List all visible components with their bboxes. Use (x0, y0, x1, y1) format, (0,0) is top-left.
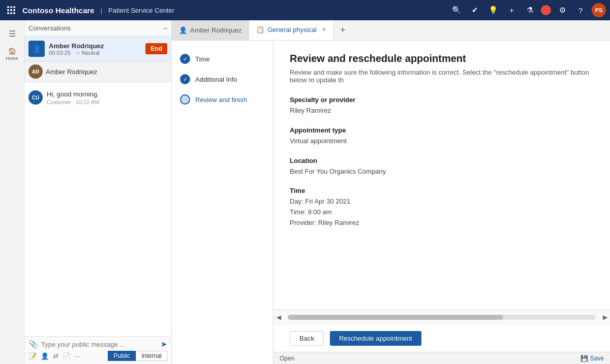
tab-physical-icon: 📋 (256, 26, 264, 34)
step-time-circle: ✓ (180, 54, 190, 64)
user-name: Amber Rodriquez (46, 68, 97, 76)
end-call-button[interactable]: End (145, 43, 167, 54)
agent-call-time: 00:03:25 (49, 50, 71, 56)
search-icon[interactable]: 🔍 (449, 3, 464, 17)
save-button[interactable]: 💾 Save (581, 355, 604, 362)
time-value: Day: Fri Apr 30 2021Time: 8:00 amProvide… (290, 196, 594, 228)
wizard-step-additional-info[interactable]: ✓ Additional Info (172, 69, 273, 89)
scroll-left-arrow[interactable]: ◀ (273, 312, 284, 322)
attachment-icon[interactable]: 📎 (28, 340, 38, 349)
appointment-type-label: Appointment type (290, 126, 594, 134)
agent-avatar: 👤 (28, 41, 45, 57)
location-section: Location Best For You Organics Company (290, 157, 594, 177)
user-avatar[interactable]: PS (592, 3, 606, 17)
save-icon: 💾 (581, 355, 588, 362)
step-time-label: Time (195, 55, 209, 63)
wizard-steps-panel: ✓ Time ✓ Additional Info Review and fini… (172, 41, 273, 364)
sidebar: ☰ 🏠 Home (0, 20, 24, 364)
tab-close-icon[interactable]: ✕ (322, 26, 326, 33)
note-icon[interactable]: 📝 (28, 352, 37, 360)
agent-info: Amber Rodriquez 00:03:25 · ○ Neutral (49, 42, 141, 56)
horizontal-scrollbar: ◀ ▶ (273, 310, 610, 324)
scroll-right-arrow[interactable]: ▶ (600, 312, 610, 322)
customer-avatar: CU (28, 90, 43, 105)
review-content: Review and reschedule appointment Review… (273, 41, 610, 310)
more-icon[interactable]: ··· (75, 352, 80, 360)
visibility-toggle: Public Internal (108, 351, 167, 361)
tab-amber-icon: 👤 (179, 26, 187, 34)
wizard-step-review-finish[interactable]: Review and finish (172, 89, 273, 110)
chat-message-text: Hi, good morning. (47, 90, 99, 98)
conversation-header-title: Conversations (28, 24, 71, 32)
tab-physical-label: General physical (267, 26, 317, 34)
scrollbar-track[interactable] (288, 315, 596, 320)
nav-subtitle: Patient Service Center (108, 7, 174, 14)
nav-divider: | (101, 7, 102, 14)
location-value: Best For You Organics Company (290, 167, 594, 177)
location-label: Location (290, 157, 594, 164)
sentiment-icon: ○ (76, 50, 80, 56)
status-bar: Open 💾 Save (273, 352, 610, 364)
specialty-label: Specialty or provider (290, 96, 594, 104)
internal-toggle[interactable]: Internal (136, 351, 167, 361)
plus-icon[interactable]: ＋ (504, 3, 518, 17)
chat-input-row: 📎 ➤ (28, 340, 167, 349)
time-section: Time Day: Fri Apr 30 2021Time: 8:00 amPr… (290, 187, 594, 228)
action-buttons-row: Back Reschedule appointment (273, 324, 610, 352)
tab-add-button[interactable]: + (334, 25, 352, 36)
specialty-section: Specialty or provider Riley Ramirez (290, 96, 594, 116)
chat-message-meta: Customer · 10:22 AM (47, 99, 99, 105)
appointment-type-value: Virtual appointment (290, 136, 594, 147)
active-user-row: AR Amber Rodriquez (24, 61, 171, 82)
app-brand: Contoso Healthcare (22, 6, 95, 15)
template-icon[interactable]: 📄 (63, 352, 71, 360)
person-icon[interactable]: 👤 (41, 352, 49, 360)
checkmark-icon[interactable]: ✔ (468, 3, 482, 17)
chat-input-area: 📎 ➤ 📝 👤 ⇄ 📄 ··· Public Internal (24, 336, 171, 364)
top-navigation: Contoso Healthcare | Patient Service Cen… (0, 0, 610, 20)
chat-area: CU Hi, good morning. Customer · 10:22 AM (24, 82, 171, 336)
tab-amber-label: Amber Rodriquez (190, 26, 241, 34)
active-conversation-item[interactable]: 👤 Amber Rodriquez 00:03:25 · ○ Neutral E… (24, 37, 171, 61)
brand-name: Contoso Healthcare (22, 6, 95, 15)
chat-toolbar: 📝 👤 ⇄ 📄 ··· Public Internal (28, 349, 167, 361)
step-info-circle: ✓ (180, 74, 190, 84)
step-review-label: Review and finish (195, 96, 247, 104)
home-label: Home (6, 56, 18, 61)
appointment-type-section: Appointment type Virtual appointment (290, 126, 594, 147)
scrollbar-thumb[interactable] (288, 315, 503, 320)
home-icon: 🏠 (8, 47, 16, 55)
user-avatar-circle: AR (28, 64, 43, 79)
reschedule-button[interactable]: Reschedule appointment (330, 331, 421, 346)
conversation-header: Conversations − (24, 20, 171, 37)
notification-badge[interactable] (541, 5, 551, 15)
specialty-value: Riley Ramirez (290, 106, 594, 116)
minimize-icon[interactable]: − (163, 24, 167, 32)
grid-menu-icon[interactable] (4, 3, 18, 17)
time-label: Time (290, 187, 594, 194)
settings-icon[interactable]: ⚙ (555, 3, 569, 17)
app-layout: ☰ 🏠 Home Conversations − 👤 Amber Rodriqu… (0, 20, 610, 364)
back-button[interactable]: Back (290, 331, 324, 346)
filter-icon[interactable]: ⚗ (523, 3, 537, 17)
chat-input-field[interactable] (41, 341, 158, 348)
chat-bubble-content: Hi, good morning. Customer · 10:22 AM (47, 90, 99, 105)
send-icon[interactable]: ➤ (161, 340, 167, 349)
conversation-panel: Conversations − 👤 Amber Rodriquez 00:03:… (24, 20, 172, 364)
sidebar-hamburger-icon[interactable]: ☰ (3, 24, 21, 43)
right-panel: 👤 Amber Rodriquez 📋 General physical ✕ +… (172, 20, 610, 364)
help-icon[interactable]: ? (573, 3, 588, 17)
tab-bar: 👤 Amber Rodriquez 📋 General physical ✕ + (172, 20, 610, 41)
review-title: Review and reschedule appointment (290, 53, 594, 64)
agent-name: Amber Rodriquez (49, 42, 141, 50)
open-status: Open (280, 355, 294, 362)
step-info-label: Additional Info (195, 76, 237, 83)
sidebar-item-home[interactable]: 🏠 Home (3, 45, 21, 63)
save-label: Save (590, 355, 604, 362)
lightbulb-icon[interactable]: 💡 (486, 3, 500, 17)
public-toggle[interactable]: Public (108, 351, 136, 361)
wizard-step-time[interactable]: ✓ Time (172, 49, 273, 69)
transfer-icon[interactable]: ⇄ (53, 352, 58, 360)
tab-general-physical[interactable]: 📋 General physical ✕ (249, 20, 334, 40)
tab-amber-rodriquez[interactable]: 👤 Amber Rodriquez (172, 20, 249, 40)
